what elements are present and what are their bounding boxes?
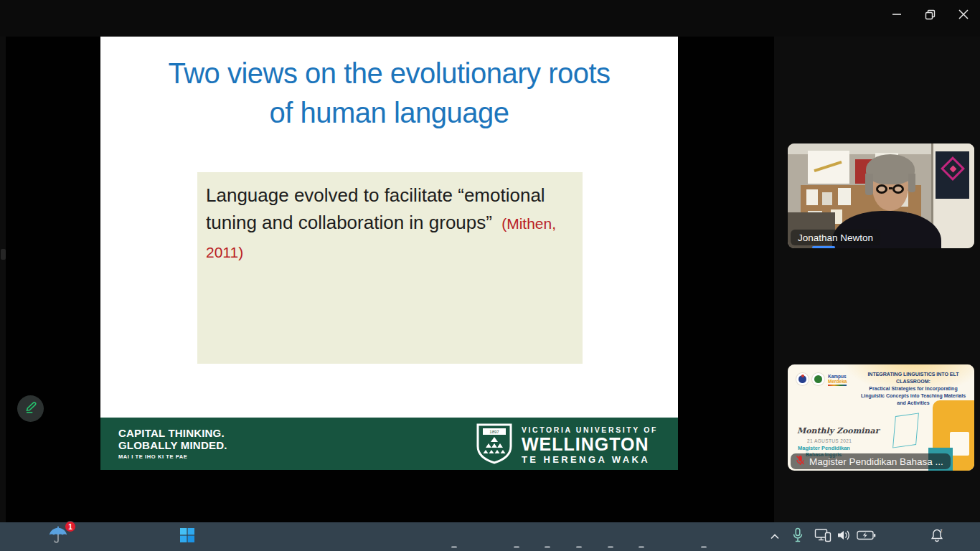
running-indicator bbox=[608, 546, 613, 548]
restore-button[interactable] bbox=[913, 0, 946, 29]
annotate-button[interactable] bbox=[17, 395, 44, 422]
start-button[interactable] bbox=[177, 527, 197, 547]
windows-logo-icon bbox=[179, 527, 195, 546]
thumb-org-line1: Magister Pendidikan bbox=[798, 445, 850, 451]
restore-icon bbox=[925, 9, 936, 20]
university-logo-lockup: 1897 VICTORIA UNIVERSITY OF WELLINGTON T… bbox=[476, 423, 658, 467]
window-title-bar bbox=[0, 0, 980, 37]
weather-notification-widget[interactable]: 1 bbox=[42, 524, 75, 549]
university-name-maori: TE HERENGA WAKA bbox=[522, 453, 658, 466]
speaker-icon bbox=[837, 529, 851, 545]
tray-volume-button[interactable] bbox=[834, 527, 853, 546]
participant-video-host[interactable]: Kampus Merdeka INTEGRATING LINGUISTICS I… bbox=[788, 364, 974, 471]
participant-video-speaker[interactable]: Jonathan Newton bbox=[788, 143, 974, 248]
ministry-logo-icon bbox=[796, 373, 809, 385]
running-indicator bbox=[576, 546, 582, 548]
thumb-date-text: 21 AGUSTUS 2021 bbox=[807, 438, 852, 443]
slide-title-line1: Two views on the evolutionary roots bbox=[100, 54, 678, 93]
footer-taglines: CAPITAL THINKING. GLOBALLY MINDED. MAI I… bbox=[118, 427, 227, 460]
university-shield-icon: 1897 bbox=[476, 423, 513, 467]
svg-text:1897: 1897 bbox=[489, 430, 499, 434]
presentation-slide: Two views on the evolutionary roots of h… bbox=[100, 37, 678, 470]
participant-name-label: Magister Pendidikan Bahasa ... bbox=[791, 453, 951, 469]
speaker-glasses-bridge bbox=[889, 187, 892, 189]
running-indicator bbox=[639, 546, 644, 548]
speaker-glasses bbox=[892, 184, 904, 194]
kampus-word: Kampus bbox=[828, 374, 847, 379]
speaker-hair-side bbox=[908, 174, 915, 192]
kampus-merdeka-logo: Kampus Merdeka bbox=[828, 374, 847, 386]
speaker-glasses bbox=[876, 184, 887, 194]
slide-footer-banner: CAPITAL THINKING. GLOBALLY MINDED. MAI I… bbox=[100, 418, 678, 470]
zoom-meeting-window: Two views on the evolutionary roots of h… bbox=[0, 0, 980, 551]
running-indicator bbox=[451, 546, 457, 548]
battery-icon bbox=[857, 529, 876, 544]
slide-title: Two views on the evolutionary roots of h… bbox=[100, 54, 678, 133]
university-wordmark: VICTORIA UNIVERSITY OF WELLINGTON TE HER… bbox=[522, 425, 658, 466]
minimize-icon bbox=[892, 9, 902, 19]
pencil-icon bbox=[23, 400, 39, 418]
participant-name: Jonathan Newton bbox=[798, 232, 873, 243]
running-indicator bbox=[701, 546, 707, 548]
tray-battery-button[interactable] bbox=[855, 529, 877, 545]
windows-taskbar: 1 Search bbox=[0, 522, 980, 551]
tray-chevron-button[interactable] bbox=[766, 528, 783, 545]
thumb-zoominar-script: Monthly Zoominar bbox=[797, 426, 879, 435]
close-button[interactable] bbox=[947, 0, 980, 29]
speaker-hair-side bbox=[865, 174, 873, 195]
campus-logo-icon bbox=[812, 373, 824, 385]
video-bg-poster bbox=[808, 151, 849, 184]
footer-tagline-2: GLOBALLY MINDED. bbox=[118, 439, 227, 451]
thumb-slide-subtitle: Practical Strategies for Incorporating L… bbox=[857, 385, 970, 407]
footer-tagline-maori: MAI I TE IHO KI TE PAE bbox=[118, 453, 227, 460]
university-name-small: VICTORIA UNIVERSITY OF bbox=[522, 425, 658, 435]
video-bg-dark-poster bbox=[936, 151, 969, 199]
slide-title-line2: of human language bbox=[100, 93, 678, 133]
tray-cast-button[interactable] bbox=[813, 527, 833, 546]
participant-name-label: Jonathan Newton bbox=[791, 230, 880, 245]
tray-microphone-button[interactable] bbox=[789, 526, 806, 547]
cast-display-icon bbox=[814, 527, 831, 546]
microphone-icon bbox=[792, 527, 804, 546]
university-name-large: WELLINGTON bbox=[522, 435, 658, 453]
speaker-hair bbox=[866, 154, 915, 184]
thumb-outline-shape bbox=[892, 413, 919, 448]
slide-quote-box: Language evolved to facilitate “emotiona… bbox=[197, 172, 583, 364]
minimize-button[interactable] bbox=[880, 0, 913, 29]
running-indicator bbox=[514, 546, 519, 548]
speaking-indicator bbox=[812, 246, 835, 248]
chevron-up-icon bbox=[770, 530, 780, 543]
running-indicator bbox=[545, 546, 550, 548]
sidebar-edge-handle[interactable] bbox=[1, 249, 6, 260]
notification-bell-button[interactable]: z bbox=[928, 527, 946, 547]
notification-badge: 1 bbox=[65, 521, 76, 532]
thumb-slide-title-block: INTEGRATING LINGUISTICS INTO ELT CLASSRO… bbox=[857, 371, 970, 407]
focus-bell-icon: z bbox=[930, 527, 944, 546]
merdeka-word: Merdeka bbox=[828, 379, 847, 384]
svg-text:z: z bbox=[940, 528, 943, 533]
quote-text: Language evolved to facilitate “emotiona… bbox=[206, 184, 545, 233]
participant-name: Magister Pendidikan Bahasa ... bbox=[809, 456, 943, 467]
thumb-slide-title: INTEGRATING LINGUISTICS INTO ELT CLASSRO… bbox=[857, 371, 970, 385]
close-icon bbox=[958, 9, 969, 19]
mic-muted-icon bbox=[796, 455, 805, 468]
footer-tagline-1: CAPITAL THINKING. bbox=[118, 427, 227, 439]
